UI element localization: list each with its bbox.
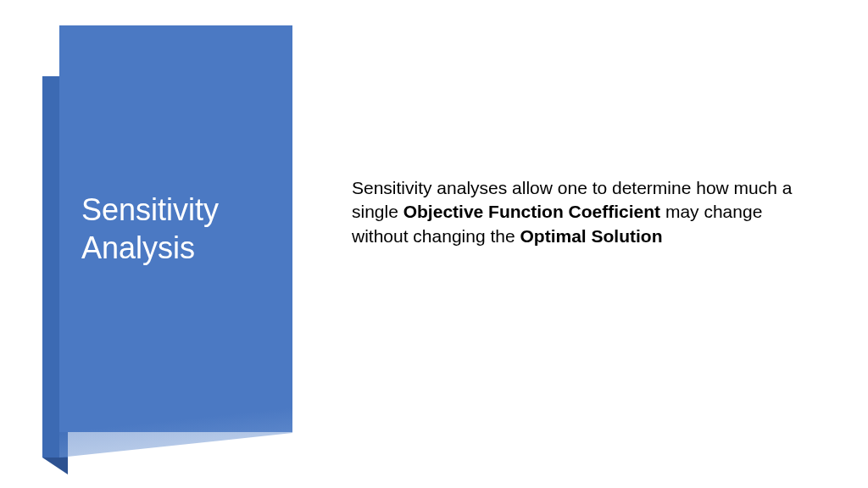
- slide-title: Sensitivity Analysis: [81, 191, 270, 267]
- body-bold-1: Objective Function Coefficient: [403, 202, 660, 221]
- title-panel: Sensitivity Analysis: [59, 25, 292, 432]
- body-bold-2: Optimal Solution: [520, 226, 662, 246]
- slide-body-text: Sensitivity analyses allow one to determ…: [352, 176, 822, 248]
- title-panel-wrapper: Sensitivity Analysis: [42, 25, 292, 458]
